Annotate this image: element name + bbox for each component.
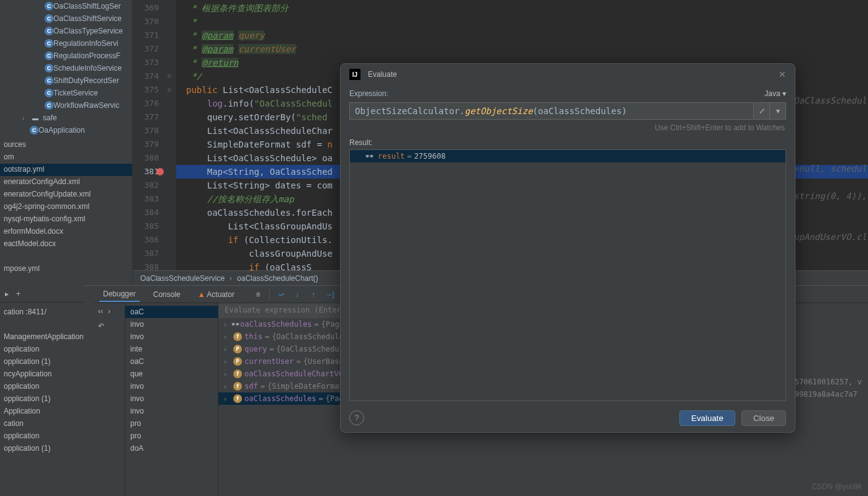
app-url-link[interactable]: :8411/ (25, 308, 46, 316)
expand-icon[interactable]: ▸ (5, 290, 9, 298)
service-item[interactable]: opplication (0, 430, 84, 443)
step-out-icon[interactable]: ↑ (308, 290, 318, 299)
frame-item[interactable]: invo (125, 318, 218, 330)
frame-item[interactable]: oaC (125, 306, 218, 318)
frame-item[interactable]: pro (125, 417, 218, 430)
folder-icon: ▬ (31, 113, 40, 122)
gutter-line[interactable]: 382 (133, 179, 176, 192)
close-button[interactable]: Close (741, 410, 786, 426)
expression-label: Expression: (349, 89, 388, 98)
frames-toolbar[interactable]: ‹‹ › ↶ (94, 303, 125, 496)
file-item[interactable]: ources (0, 139, 132, 151)
result-tree[interactable]: 👓 result = 2759608 (349, 149, 786, 401)
restore-icon[interactable]: ↶ (94, 319, 125, 333)
gutter-line[interactable]: 383 (133, 192, 176, 206)
service-item[interactable]: ManagementApplication (0, 331, 84, 343)
service-item[interactable]: Application (0, 405, 84, 418)
breadcrumb-method[interactable]: oaClassScheduleChart() (237, 274, 318, 283)
gutter-line[interactable]: 377 (133, 110, 176, 124)
gutter-line[interactable]: 380 (133, 151, 176, 165)
gutter-line[interactable]: 371 (133, 29, 176, 42)
service-item[interactable]: opplication (1) (0, 356, 84, 368)
class-icon: C (45, 51, 53, 60)
close-icon[interactable]: ✕ (779, 69, 786, 79)
gutter-line[interactable]: 372 (133, 42, 176, 56)
gutter-line[interactable]: 369 (133, 1, 176, 15)
file-item[interactable] (0, 250, 132, 263)
frame-item[interactable]: invo (125, 405, 218, 417)
help-icon[interactable]: ? (349, 410, 364, 425)
file-item[interactable]: eactModel.docx (0, 238, 132, 250)
prev-frame-icon[interactable]: ‹‹ (98, 307, 103, 316)
gutter-line[interactable]: 379 (133, 138, 176, 151)
gutter-line[interactable]: 381 (133, 165, 176, 179)
gutter-line[interactable]: 387 (133, 247, 176, 260)
service-item[interactable]: ncyApplication (0, 368, 84, 381)
service-item[interactable]: opplication (0, 343, 84, 356)
gutter-line[interactable]: 384 (133, 206, 176, 219)
gutter-line[interactable]: 373 (133, 56, 176, 69)
service-item[interactable]: opplication (1) (0, 443, 84, 455)
frame-item[interactable]: que (125, 368, 218, 380)
project-tree[interactable]: COaClassShiftLogSerCOaClassShiftServiceC… (0, 0, 133, 285)
run-to-cursor-icon[interactable]: →| (324, 290, 334, 299)
frame-item[interactable]: pro (125, 430, 218, 442)
tree-item[interactable]: CShiftDutyRecordSer (0, 74, 132, 87)
frame-item[interactable]: invo (125, 380, 218, 392)
tree-item[interactable]: COaApplication (0, 124, 132, 136)
file-item[interactable]: erformModel.docx (0, 226, 132, 238)
file-item[interactable]: nysql-mybatis-config.xml (0, 213, 132, 226)
gutter-line[interactable]: 370 (133, 15, 176, 29)
tree-item[interactable]: CRegulationInfoServi (0, 37, 132, 50)
frame-item[interactable]: invo (125, 330, 218, 343)
gutter-line[interactable]: 388 (133, 260, 176, 270)
frames-list[interactable]: oaCinvoinvointeoaCqueinvoinvoinvoproprod… (125, 303, 218, 496)
service-item[interactable]: cation (0, 418, 84, 430)
file-item[interactable]: om (0, 151, 132, 164)
frame-item[interactable]: doA (125, 442, 218, 454)
threads-icon[interactable]: ≡ (253, 290, 263, 299)
evaluate-button[interactable]: Evaluate (679, 410, 735, 426)
file-item[interactable]: eneratorConfigAdd.xml (0, 176, 132, 188)
frame-item[interactable]: inte (125, 343, 218, 355)
gutter-line[interactable]: 375⊖ (133, 83, 176, 97)
file-item[interactable]: eneratorConfigUpdate.xml (0, 188, 132, 201)
services-panel[interactable]: ▸ + cation :8411/ ManagementApplicationo… (0, 285, 84, 496)
expression-input[interactable]: ObjectSizeCalculator.getObjectSize(oaCla… (349, 102, 754, 120)
tree-item[interactable]: CWorkflowRawServic (0, 99, 132, 112)
step-over-icon[interactable]: ⤻ (276, 290, 286, 299)
gutter-line[interactable]: 386 (133, 233, 176, 247)
gutter-line[interactable]: 385 (133, 219, 176, 233)
tree-item[interactable]: COaClassTypeService (0, 25, 132, 37)
gutter-line[interactable]: 376 (133, 97, 176, 110)
tab-actuator[interactable]: ▲ Actuator (194, 288, 238, 301)
add-icon[interactable]: + (16, 290, 20, 298)
breadcrumb-class[interactable]: OaClassScheduleService (140, 274, 225, 283)
tree-item[interactable]: CRegulationProcessF (0, 50, 132, 62)
breakpoint-icon[interactable] (156, 168, 164, 175)
gutter-line[interactable]: 378 (133, 124, 176, 138)
file-item[interactable]: mpose.yml (0, 263, 132, 275)
gutter-line[interactable]: 374⊖ (133, 69, 176, 83)
language-dropdown[interactable]: Java ▾ (764, 89, 786, 98)
tab-console[interactable]: Console (150, 288, 184, 301)
class-icon: C (45, 27, 53, 35)
service-item[interactable]: opplication (0, 381, 84, 393)
expand-input-icon[interactable]: ⤢ (754, 102, 770, 120)
tree-item[interactable]: CTicketService (0, 87, 132, 99)
result-row[interactable]: 👓 result = 2759608 (350, 150, 785, 162)
tree-item[interactable]: CScheduleInfoService (0, 62, 132, 74)
file-item[interactable]: og4j2-spring-common.xml (0, 201, 132, 213)
tree-item[interactable]: COaClassShiftService (0, 12, 132, 25)
tab-debugger[interactable]: Debugger (99, 287, 140, 302)
tree-item[interactable]: COaClassShiftLogSer (0, 0, 132, 12)
frame-item[interactable]: oaC (125, 355, 218, 368)
file-item[interactable]: ootstrap.yml (0, 164, 132, 176)
editor-gutter[interactable]: 369370371372373374⊖375⊖37637737837938038… (133, 0, 176, 270)
tree-item[interactable]: ›▬safe (0, 112, 132, 124)
service-item[interactable]: opplication (1) (0, 393, 84, 405)
frame-item[interactable]: invo (125, 392, 218, 405)
next-frame-icon[interactable]: › (108, 307, 110, 316)
history-dropdown-icon[interactable]: ▾ (770, 102, 786, 120)
step-into-icon[interactable]: ↓ (292, 290, 302, 299)
